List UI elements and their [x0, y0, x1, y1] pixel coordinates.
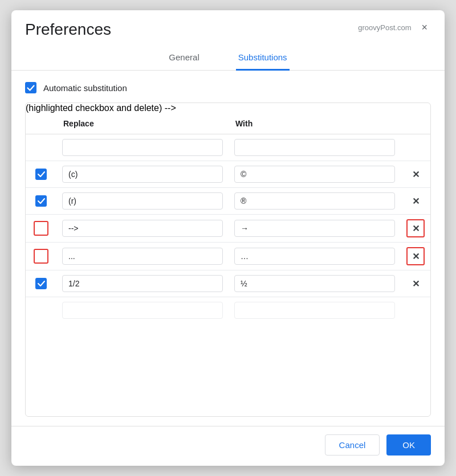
header-right: groovyPost.com ×	[358, 20, 431, 35]
row-delete-cell: ✕	[401, 188, 430, 215]
with-input[interactable]	[234, 192, 395, 210]
replace-input[interactable]	[62, 139, 223, 156]
table-row: ✕	[26, 188, 430, 215]
dialog-footer: Cancel OK	[11, 426, 445, 466]
dialog-title: Preferences	[25, 20, 111, 39]
table-header-row: Replace With	[26, 113, 430, 134]
delete-button[interactable]: ✕	[409, 195, 423, 208]
row-delete-cell	[401, 297, 430, 324]
row-check-cell	[26, 270, 56, 297]
replace-input[interactable]	[62, 166, 223, 183]
row-replace-cell	[56, 297, 229, 324]
row-checkbox-highlighted[interactable]	[34, 221, 48, 236]
row-with-cell	[229, 215, 401, 243]
with-input[interactable]	[234, 220, 395, 237]
table-row: ✕	[26, 270, 430, 297]
table-row: ✕	[26, 243, 430, 270]
preferences-dialog: Preferences groovyPost.com × General Sub…	[11, 10, 445, 466]
row-check-cell	[26, 161, 56, 188]
substitutions-table: Replace With	[26, 113, 430, 323]
substitutions-table-area: (highlighted checkbox and delete) --> Re…	[25, 102, 431, 417]
row-replace-cell	[56, 161, 229, 188]
replace-input[interactable]	[62, 192, 223, 210]
row-check-cell	[26, 215, 56, 243]
row-checkbox-highlighted[interactable]	[34, 249, 48, 264]
col-delete-header	[401, 113, 430, 134]
row-replace-cell	[56, 134, 229, 161]
row-replace-cell	[56, 188, 229, 215]
with-input[interactable]	[234, 302, 395, 319]
cancel-button[interactable]: Cancel	[325, 434, 380, 456]
row-delete-cell: ✕	[401, 161, 430, 188]
row-replace-cell	[56, 215, 229, 243]
row-with-cell	[229, 270, 401, 297]
col-with-header: With	[229, 113, 401, 134]
brand-text: groovyPost.com	[358, 23, 411, 32]
row-delete-cell	[401, 134, 430, 161]
tabs-bar: General Substitutions	[11, 48, 445, 71]
row-delete-cell: ✕	[401, 270, 430, 297]
row-check-cell	[26, 134, 56, 161]
row-checkbox[interactable]	[35, 278, 47, 289]
row-delete-cell: ✕	[401, 243, 430, 270]
delete-button-highlighted[interactable]: ✕	[406, 247, 425, 265]
row-check-cell	[26, 297, 56, 324]
row-delete-cell: ✕	[401, 215, 430, 243]
delete-button[interactable]: ✕	[409, 168, 423, 181]
tab-substitutions[interactable]: Substitutions	[236, 48, 290, 71]
delete-button[interactable]: ✕	[409, 277, 423, 290]
delete-button-highlighted[interactable]: ✕	[406, 219, 425, 237]
row-with-cell	[229, 134, 401, 161]
dialog-body: Automatic substitution (highlighted chec…	[11, 71, 445, 426]
close-button[interactable]: ×	[418, 20, 431, 35]
replace-input[interactable]	[62, 248, 223, 265]
table-row	[26, 134, 430, 161]
table-scroll[interactable]: (highlighted checkbox and delete) --> Re…	[26, 103, 430, 323]
row-with-cell	[229, 243, 401, 270]
col-replace-header: Replace	[56, 113, 229, 134]
row-with-cell	[229, 161, 401, 188]
ok-button[interactable]: OK	[386, 434, 431, 456]
row-check-cell	[26, 243, 56, 270]
dialog-header: Preferences groovyPost.com ×	[11, 10, 445, 39]
table-row: ✕	[26, 161, 430, 188]
row-checkbox[interactable]	[35, 169, 47, 180]
replace-input[interactable]	[62, 302, 223, 319]
with-input[interactable]	[234, 248, 395, 265]
with-input[interactable]	[234, 139, 395, 156]
row-checkbox[interactable]	[35, 195, 47, 207]
row-with-cell	[229, 297, 401, 324]
row-replace-cell	[56, 270, 229, 297]
row-replace-cell	[56, 243, 229, 270]
tab-general[interactable]: General	[166, 48, 201, 71]
with-input[interactable]	[234, 275, 395, 292]
replace-input[interactable]	[62, 220, 223, 237]
auto-substitution-checkbox[interactable]	[25, 82, 36, 93]
auto-substitution-label: Automatic substitution	[43, 83, 127, 93]
row-with-cell	[229, 188, 401, 215]
replace-input[interactable]	[62, 275, 223, 292]
col-checkbox-header	[26, 113, 56, 134]
with-input[interactable]	[234, 166, 395, 183]
table-row: ✕	[26, 215, 430, 243]
auto-substitution-row: Automatic substitution	[25, 82, 431, 93]
row-check-cell	[26, 188, 56, 215]
table-row	[26, 297, 430, 324]
